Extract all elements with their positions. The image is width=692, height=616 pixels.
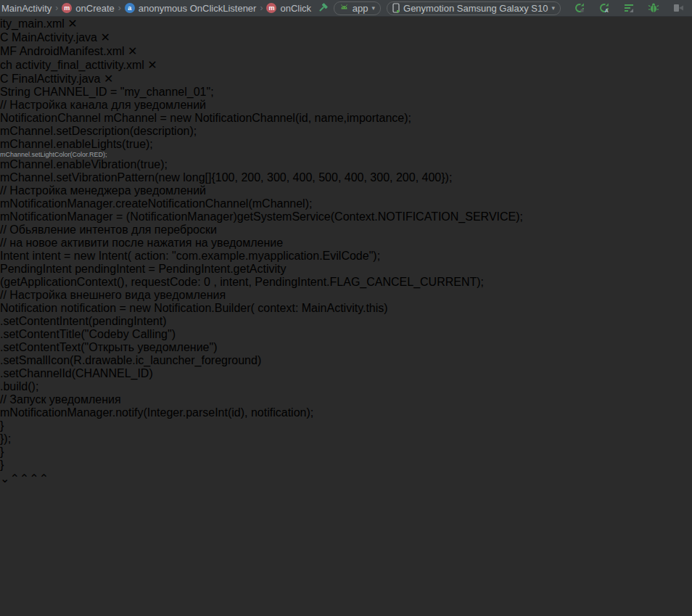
code-line[interactable]: }	[0, 419, 692, 432]
tab-label: ity_main.xml	[0, 17, 65, 30]
code-line[interactable]: .setSmallIcon(R.drawable.ic_launcher_for…	[0, 354, 692, 367]
close-icon[interactable]: ✕	[128, 45, 137, 57]
build-hammer-button[interactable]	[315, 1, 331, 15]
close-icon[interactable]: ✕	[100, 31, 110, 44]
chevron-separator-icon: ›	[118, 3, 121, 13]
code-line[interactable]: mNotificationManager.createNotificationC…	[0, 197, 692, 210]
code-line[interactable]: // Настройка внешнего вида уведомления	[0, 289, 692, 302]
code-line[interactable]: }	[0, 445, 692, 459]
profiler-button[interactable]	[621, 1, 637, 15]
code-line[interactable]: .setChannelId(CHANNEL_ID)	[0, 367, 692, 380]
code-line[interactable]: (getApplicationContext(), requestCode: 0…	[0, 276, 692, 289]
hammer-icon	[317, 2, 329, 14]
close-icon[interactable]: ✕	[67, 17, 77, 30]
close-icon[interactable]: ✕	[147, 59, 157, 71]
tab-activity-main-xml[interactable]: ity_main.xml ✕	[0, 17, 692, 30]
phone-icon	[392, 3, 400, 13]
fold-marker-icon[interactable]: ⌃	[20, 472, 29, 485]
code-line[interactable]: NotificationChannel mChannel = new Notif…	[0, 112, 692, 125]
close-icon[interactable]: ✕	[104, 73, 113, 85]
attach-debugger-button[interactable]	[670, 1, 686, 15]
run-actions: A	[572, 1, 686, 15]
code-line[interactable]: // Запуск уведомления	[0, 393, 692, 406]
code-line[interactable]: mChannel.setDescription(description);	[0, 125, 692, 138]
anonymous-class-icon: a	[125, 3, 135, 13]
main-toolbar: MainActivity › m onCreate › a anonymous …	[0, 0, 692, 17]
code-line[interactable]: Notification notification = new Notifica…	[0, 302, 692, 315]
chevron-down-icon: ▾	[372, 4, 376, 12]
fold-marker-icon[interactable]: ⌃	[39, 472, 49, 485]
tab-mainactivity-java[interactable]: C MainActivity.java ✕	[0, 30, 692, 44]
bug-icon	[648, 2, 659, 14]
tab-label: MainActivity.java	[12, 31, 97, 44]
xml-file-icon: ch	[0, 59, 12, 71]
tab-finalacttivity-java[interactable]: C FinalActtivity.java ✕	[0, 72, 692, 86]
fold-marker-icon[interactable]: ⌃	[9, 472, 19, 485]
run-config-label: app	[353, 3, 368, 14]
method-icon: m	[62, 3, 72, 13]
code-line[interactable]: // Обьявление интентов для переброски	[0, 223, 692, 237]
code-line[interactable]: .setContentIntent(pendingIntent)	[0, 315, 692, 328]
chevron-down-icon: ▾	[551, 4, 555, 12]
code-line[interactable]: // Настройка менеджера уведомлений	[0, 184, 692, 197]
apply-code-arrow-icon: A	[598, 2, 610, 14]
fold-marker-icon[interactable]: ⌃	[29, 472, 38, 485]
code-area[interactable]: String CHANNEL_ID = "my_channel_01"; // …	[0, 86, 692, 472]
breadcrumb: MainActivity › m onCreate › a anonymous …	[1, 3, 311, 14]
apply-changes-restart-button[interactable]	[572, 1, 588, 15]
code-line[interactable]: mChannel.setLightColor(Color.RED);	[0, 151, 692, 158]
code-line[interactable]: mNotificationManager.notify(Integer.pars…	[0, 406, 692, 419]
device-label: Genymotion Samsung Galaxy S10	[403, 3, 548, 14]
code-line[interactable]: // на новое активити после нажатия на ув…	[0, 237, 692, 250]
java-class-icon: C	[0, 73, 9, 85]
java-class-icon: C	[0, 31, 9, 44]
breadcrumb-item-oncreate[interactable]: onCreate	[75, 3, 114, 14]
chevron-separator-icon: ›	[55, 3, 58, 13]
attach-process-icon	[672, 2, 684, 14]
tab-androidmanifest-xml[interactable]: MF AndroidManifest.xml ✕	[0, 44, 692, 58]
profiler-icon	[623, 2, 635, 14]
android-icon	[339, 4, 349, 12]
toolbar-divider	[564, 2, 564, 14]
code-line[interactable]: });	[0, 432, 692, 445]
code-line[interactable]: .build();	[0, 380, 692, 393]
restart-arrow-icon	[574, 2, 585, 14]
tab-label: FinalActtivity.java	[12, 73, 100, 85]
svg-text:A: A	[605, 8, 609, 13]
code-line[interactable]: mChannel.setVibrationPattern(new long[]{…	[0, 171, 692, 184]
method-icon: m	[266, 3, 276, 13]
fold-marker-icon[interactable]: ⌄	[0, 472, 9, 485]
code-line[interactable]: mNotificationManager = (NotificationMana…	[0, 210, 692, 223]
device-selector[interactable]: Genymotion Samsung Galaxy S10 ▾	[387, 1, 561, 15]
code-line[interactable]: // Настройка канала для уведомлений	[0, 99, 692, 112]
code-editor[interactable]: String CHANNEL_ID = "my_channel_01"; // …	[0, 86, 692, 485]
apply-code-changes-button[interactable]: A	[596, 1, 612, 15]
tab-label: AndroidManifest.xml	[20, 45, 125, 57]
code-line[interactable]: }	[0, 459, 692, 472]
breadcrumb-item-class[interactable]: MainActivity	[1, 3, 52, 14]
code-line[interactable]: PendingIntent pendingIntent = PendingInt…	[0, 263, 692, 276]
code-line[interactable]: mChannel.enableVibration(true);	[0, 158, 692, 171]
breadcrumb-item-onclick[interactable]: onClick	[280, 3, 311, 14]
breadcrumb-item-listener[interactable]: anonymous OnClickListener	[139, 3, 257, 14]
run-config-selector[interactable]: app ▾	[334, 1, 381, 15]
editor-tab-bar: ity_main.xml ✕ C MainActivity.java ✕ MF …	[0, 17, 692, 86]
code-line[interactable]: Intent intent = new Intent( action: "com…	[0, 250, 692, 263]
manifest-file-icon: MF	[0, 45, 17, 57]
debug-button[interactable]	[646, 1, 662, 15]
code-line[interactable]: mChannel.enableLights(true);	[0, 138, 692, 151]
code-line[interactable]: .setContentText("Открыть уведомление")	[0, 341, 692, 354]
tab-label: activity_final_acttivity.xml	[15, 59, 144, 71]
code-line[interactable]: String CHANNEL_ID = "my_channel_01";	[0, 86, 692, 99]
code-line[interactable]: .setContentTitle("Codeby Calling")	[0, 328, 692, 341]
chevron-separator-icon: ›	[260, 3, 263, 13]
tab-activity-final-xml[interactable]: ch activity_final_acttivity.xml ✕	[0, 58, 692, 72]
